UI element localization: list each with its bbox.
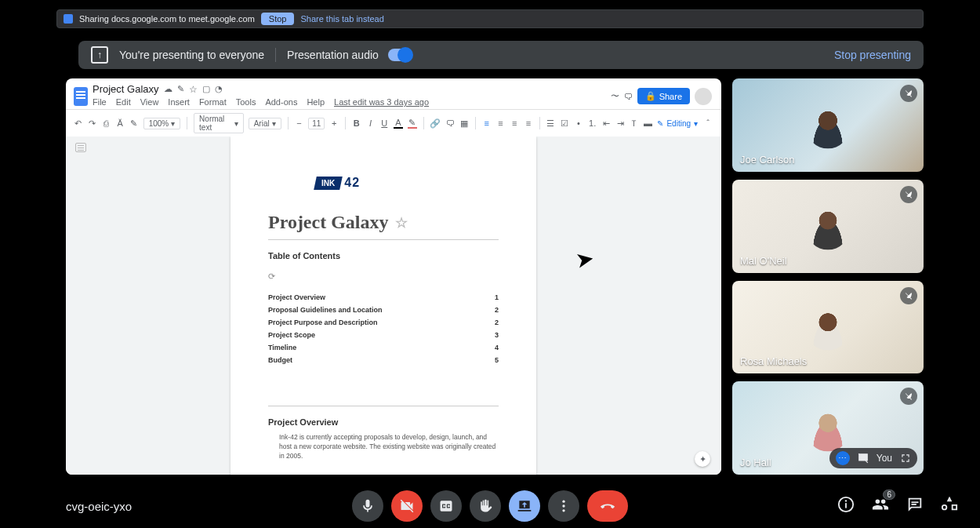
participant-name: Jo Hall bbox=[740, 457, 771, 468]
status-icon[interactable]: ◔ bbox=[215, 84, 223, 94]
cloud-icon: ☁ bbox=[164, 84, 172, 94]
toc-row[interactable]: Timeline4 bbox=[268, 341, 499, 354]
align-center-icon[interactable]: ≡ bbox=[496, 118, 506, 129]
image-icon[interactable]: ▦ bbox=[459, 118, 469, 129]
toc-row[interactable]: Budget5 bbox=[268, 354, 499, 366]
menu-file[interactable]: File bbox=[93, 97, 107, 107]
you-label: You bbox=[877, 453, 892, 464]
redo-icon[interactable]: ↷ bbox=[88, 118, 97, 129]
link-icon[interactable]: 🔗 bbox=[430, 118, 441, 129]
participant-tiles: Joe Carlson Mal O'Neil Rosa Michaels Jo … bbox=[732, 78, 924, 475]
editing-mode[interactable]: ✎ Editing ▾ bbox=[657, 119, 698, 128]
numbered-list-icon[interactable]: 1. bbox=[588, 118, 597, 129]
divider bbox=[275, 48, 276, 62]
dec-font-icon[interactable]: − bbox=[295, 118, 304, 129]
checklist-icon[interactable]: ☑ bbox=[560, 118, 569, 129]
more-options-icon[interactable]: ⋯ bbox=[836, 451, 850, 465]
inc-font-icon[interactable]: + bbox=[329, 118, 339, 129]
line-spacing-icon[interactable]: ☰ bbox=[546, 118, 556, 129]
comment-icon[interactable]: 🗨 bbox=[445, 118, 455, 129]
explore-icon[interactable]: ✦ bbox=[695, 451, 710, 467]
menu-tools[interactable]: Tools bbox=[236, 97, 256, 107]
print-icon[interactable]: ⎙ bbox=[101, 118, 111, 129]
share-button[interactable]: 🔒 Share bbox=[637, 88, 690, 104]
text-color-icon[interactable]: A bbox=[394, 118, 403, 129]
participant-name: Joe Carlson bbox=[740, 154, 794, 166]
toc-refresh-icon[interactable]: ⟳ bbox=[268, 271, 499, 282]
paint-format-icon[interactable]: ✎ bbox=[129, 118, 139, 129]
toc-row[interactable]: Project Scope3 bbox=[268, 329, 499, 341]
bold-icon[interactable]: B bbox=[352, 118, 361, 129]
muted-mic-icon bbox=[900, 388, 917, 405]
highlight-icon[interactable]: ✎ bbox=[408, 118, 417, 129]
mouse-cursor-icon: ➤ bbox=[573, 245, 595, 273]
sharing-text: Sharing docs.google.com to meet.google.c… bbox=[79, 14, 255, 24]
move-icon[interactable]: ▢ bbox=[202, 84, 210, 94]
inc-indent-icon[interactable]: ⇥ bbox=[615, 118, 625, 129]
more-options-button[interactable] bbox=[548, 490, 579, 522]
heading-star-icon: ☆ bbox=[395, 214, 408, 231]
toc-row[interactable]: Proposal Guidelines and Location2 bbox=[268, 304, 499, 316]
share-tab-instead-link[interactable]: Share this tab instead bbox=[300, 14, 383, 24]
account-avatar[interactable] bbox=[695, 88, 712, 105]
align-justify-icon[interactable]: ≡ bbox=[524, 118, 533, 129]
remove-tile-icon[interactable] bbox=[858, 453, 869, 464]
menu-addons[interactable]: Add-ons bbox=[265, 97, 297, 107]
toc-row[interactable]: Project Purpose and Description2 bbox=[268, 316, 499, 329]
share-label: Share bbox=[659, 92, 682, 101]
company-logo: INK 42 bbox=[315, 176, 499, 190]
participant-tile-self[interactable]: Jo Hall ⋯ You bbox=[732, 381, 924, 475]
menu-format[interactable]: Format bbox=[199, 97, 227, 107]
participant-tile[interactable]: Rosa Michaels bbox=[732, 281, 924, 374]
self-tile-controls: ⋯ You bbox=[829, 448, 917, 468]
end-call-button[interactable] bbox=[587, 490, 628, 522]
activities-button[interactable] bbox=[941, 496, 958, 516]
mic-button[interactable] bbox=[352, 490, 383, 522]
expand-icon[interactable] bbox=[900, 453, 911, 464]
chrome-sharing-bar: Sharing docs.google.com to meet.google.c… bbox=[56, 9, 924, 28]
dec-indent-icon[interactable]: ⇤ bbox=[602, 118, 612, 129]
spellcheck-icon[interactable]: Ă bbox=[115, 118, 125, 129]
participant-tile[interactable]: Joe Carlson bbox=[732, 78, 924, 172]
outline-toggle-icon[interactable] bbox=[75, 143, 86, 152]
italic-icon[interactable]: I bbox=[366, 118, 376, 129]
chrome-stop-button[interactable]: Stop bbox=[261, 13, 295, 25]
more-icon[interactable]: ▬ bbox=[644, 118, 653, 129]
bulleted-list-icon[interactable]: • bbox=[574, 118, 583, 129]
undo-icon[interactable]: ↶ bbox=[74, 118, 83, 129]
collapse-icon[interactable]: ˆ bbox=[702, 118, 713, 129]
doc-title[interactable]: Project Galaxy bbox=[93, 83, 159, 95]
lock-icon: 🔒 bbox=[645, 91, 656, 101]
menu-help[interactable]: Help bbox=[307, 97, 325, 107]
participant-tile[interactable]: Mal O'Neil bbox=[732, 180, 924, 273]
clear-format-icon[interactable]: Ｔ bbox=[630, 118, 639, 129]
underline-icon[interactable]: U bbox=[379, 118, 389, 129]
activity-icon[interactable]: 〜 bbox=[611, 90, 619, 102]
star-icon[interactable]: ☆ bbox=[189, 84, 198, 95]
zoom-select[interactable]: 100% ▾ bbox=[143, 118, 181, 129]
meeting-controls bbox=[352, 490, 628, 522]
menu-view[interactable]: View bbox=[140, 97, 159, 107]
people-button[interactable]: 6 bbox=[872, 496, 889, 516]
align-left-icon[interactable]: ≡ bbox=[482, 118, 492, 129]
menu-insert[interactable]: Insert bbox=[168, 97, 190, 107]
docs-toolbar: ↶ ↷ ⎙ Ă ✎ 100% ▾ Normal text ▾ Arial ▾ −… bbox=[66, 109, 721, 137]
chat-button[interactable] bbox=[906, 496, 924, 516]
font-size[interactable]: 11 bbox=[308, 118, 325, 129]
presentation-audio-toggle[interactable] bbox=[388, 49, 412, 61]
svg-rect-7 bbox=[911, 504, 916, 505]
style-select[interactable]: Normal text ▾ bbox=[194, 113, 244, 133]
present-screen-button[interactable] bbox=[509, 490, 540, 522]
last-edit-text[interactable]: Last edit was 3 days ago bbox=[334, 97, 429, 107]
camera-off-button[interactable] bbox=[391, 490, 423, 522]
align-right-icon[interactable]: ≡ bbox=[510, 118, 519, 129]
comments-icon[interactable]: 🗨 bbox=[624, 92, 633, 101]
meeting-details-button[interactable] bbox=[837, 496, 855, 516]
stop-presenting-button[interactable]: Stop presenting bbox=[834, 49, 911, 61]
menu-edit[interactable]: Edit bbox=[116, 97, 131, 107]
captions-button[interactable] bbox=[430, 490, 462, 522]
toc-row[interactable]: Project Overview1 bbox=[268, 291, 499, 304]
font-select[interactable]: Arial ▾ bbox=[249, 118, 281, 129]
raise-hand-button[interactable] bbox=[470, 490, 501, 522]
present-to-all-icon bbox=[91, 46, 108, 64]
